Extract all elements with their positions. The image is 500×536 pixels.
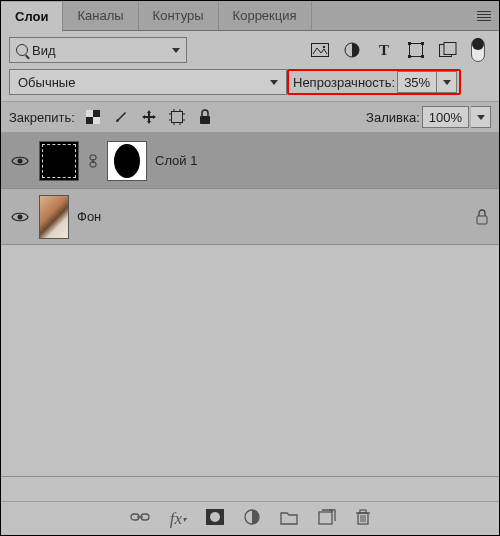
visibility-toggle[interactable] xyxy=(9,211,31,223)
filter-adjust-icon[interactable] xyxy=(343,41,361,59)
layer-name[interactable]: Фон xyxy=(77,209,467,224)
filter-smart-icon[interactable] xyxy=(439,41,457,59)
blend-row: Обычные Непрозрачность: 35% xyxy=(1,69,499,101)
svg-rect-10 xyxy=(444,43,456,55)
svg-rect-36 xyxy=(319,512,332,524)
hamburger-icon xyxy=(477,11,491,21)
svg-rect-4 xyxy=(410,44,423,57)
panel-menu-button[interactable] xyxy=(469,1,499,30)
layer-thumbnail[interactable] xyxy=(39,195,69,239)
layers-empty-area xyxy=(1,245,499,477)
fill-dropdown-button[interactable] xyxy=(471,106,491,128)
chevron-down-icon xyxy=(172,48,180,53)
svg-rect-14 xyxy=(171,112,182,123)
opacity-label: Непрозрачность: xyxy=(293,75,395,90)
svg-rect-0 xyxy=(312,44,329,57)
svg-rect-13 xyxy=(93,117,100,124)
tab-paths[interactable]: Контуры xyxy=(139,1,219,30)
lock-artboard-icon[interactable] xyxy=(169,109,185,125)
layers-list: Слой 1 Фон xyxy=(1,133,499,477)
mask-link-icon[interactable] xyxy=(87,154,99,168)
opacity-value-input[interactable]: 35% xyxy=(397,71,437,93)
mask-thumbnail[interactable] xyxy=(107,141,147,181)
layer-row[interactable]: Слой 1 xyxy=(1,133,499,189)
fill-control: Заливка: 100% xyxy=(366,106,491,128)
layer-name[interactable]: Слой 1 xyxy=(155,153,491,168)
svg-point-28 xyxy=(18,214,23,219)
svg-point-34 xyxy=(210,512,220,522)
link-layers-button[interactable] xyxy=(130,511,150,526)
toggle-knob xyxy=(472,38,484,50)
svg-rect-7 xyxy=(408,55,411,58)
fill-value-input[interactable]: 100% xyxy=(422,106,469,128)
chevron-down-icon xyxy=(443,80,451,85)
svg-rect-23 xyxy=(200,116,210,124)
layer-row[interactable]: Фон xyxy=(1,189,499,245)
blend-mode-label: Обычные xyxy=(18,75,270,90)
fill-label: Заливка: xyxy=(366,110,420,125)
layer-thumbnail[interactable] xyxy=(39,141,79,181)
visibility-toggle[interactable] xyxy=(9,155,31,167)
svg-rect-29 xyxy=(477,216,487,224)
chevron-down-icon xyxy=(270,80,278,85)
new-group-button[interactable] xyxy=(280,510,298,528)
tab-layers[interactable]: Слои xyxy=(1,2,63,32)
svg-rect-42 xyxy=(360,510,366,513)
svg-rect-6 xyxy=(421,42,424,45)
filter-pixel-icon[interactable] xyxy=(311,41,329,59)
filter-toggle[interactable] xyxy=(471,38,485,62)
blend-mode-select[interactable]: Обычные xyxy=(9,69,287,95)
lock-transparency-icon[interactable] xyxy=(85,109,101,125)
lock-paint-icon[interactable] xyxy=(113,109,129,125)
lock-move-icon[interactable] xyxy=(141,109,157,125)
layer-filter-select[interactable]: Вид xyxy=(9,37,187,63)
filter-icon-bar: T xyxy=(311,38,491,62)
chevron-down-icon xyxy=(477,115,485,120)
adjustment-layer-button[interactable] xyxy=(244,509,260,528)
svg-rect-12 xyxy=(86,110,93,117)
lock-all-icon[interactable] xyxy=(197,109,213,125)
svg-text:T: T xyxy=(379,43,389,57)
panel-tabs: Слои Каналы Контуры Коррекция xyxy=(1,1,499,31)
layer-style-button[interactable]: fx▾ xyxy=(170,509,186,529)
tab-adjustments[interactable]: Коррекция xyxy=(219,1,312,30)
lock-icons xyxy=(85,109,213,125)
search-icon xyxy=(16,44,28,56)
svg-rect-5 xyxy=(408,42,411,45)
lock-fill-row: Закрепить: Заливка: 100% xyxy=(1,101,499,133)
filter-text-icon[interactable]: T xyxy=(375,41,393,59)
lock-icon xyxy=(475,209,491,225)
filter-label: Вид xyxy=(32,43,168,58)
svg-point-24 xyxy=(18,158,23,163)
filter-shape-icon[interactable] xyxy=(407,41,425,59)
opacity-dropdown-button[interactable] xyxy=(437,71,457,93)
add-mask-button[interactable] xyxy=(206,509,224,528)
lock-label: Закрепить: xyxy=(9,110,75,125)
lock-bar: Закрепить: xyxy=(9,109,213,125)
tab-channels[interactable]: Каналы xyxy=(63,1,138,30)
svg-rect-8 xyxy=(421,55,424,58)
opacity-control-highlight: Непрозрачность: 35% xyxy=(287,69,461,95)
delete-layer-button[interactable] xyxy=(356,509,370,528)
filter-row: Вид T xyxy=(1,31,499,69)
new-layer-button[interactable] xyxy=(318,509,336,528)
svg-point-1 xyxy=(323,46,325,48)
layers-bottom-toolbar: fx▾ xyxy=(1,501,499,535)
